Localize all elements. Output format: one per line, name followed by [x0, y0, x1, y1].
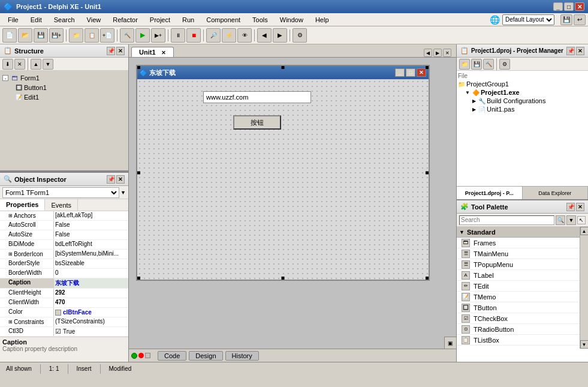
eval-button[interactable]: ⚡ — [222, 28, 236, 43]
pm-option-btn[interactable]: ⚙ — [499, 59, 510, 70]
layout-select[interactable]: Default Layout — [502, 14, 554, 25]
menu-view[interactable]: View — [82, 14, 107, 25]
prop-value-autosize[interactable]: False — [54, 230, 128, 239]
history-tab[interactable]: History — [225, 351, 259, 361]
struct-down-btn[interactable]: ▼ — [43, 59, 53, 70]
menu-edit[interactable]: Edit — [25, 14, 47, 25]
constraints-expand-icon[interactable]: ⊞ — [8, 319, 13, 325]
menu-file[interactable]: File — [2, 14, 24, 25]
pm-tab-dataexplorer[interactable]: Data Explorer — [523, 187, 589, 199]
prop-value-ctl3d[interactable]: ☑ True — [54, 327, 128, 336]
pm-unit1pas[interactable]: ▶ 📄 Unit1.pas — [458, 105, 587, 113]
tp-item-tcheckbox[interactable]: ☑ TCheckBox — [457, 313, 588, 324]
pause-button[interactable]: ⏸ — [171, 28, 185, 43]
pm-add-btn[interactable]: 📁 — [459, 59, 470, 70]
stop-button[interactable]: ⏹ — [186, 28, 201, 43]
structure-close-button[interactable]: ✕ — [116, 47, 125, 55]
open-proj-button[interactable]: 📁 — [69, 28, 83, 43]
build-button[interactable]: 🔨 — [120, 28, 134, 43]
run-button[interactable]: ▶ — [135, 28, 150, 43]
prop-value-clientwidth[interactable]: 470 — [54, 298, 128, 307]
run-params-button[interactable]: ▶+ — [151, 28, 165, 43]
tp-item-tedit[interactable]: ✏ TEdit — [457, 281, 588, 292]
pm-project1exe[interactable]: ▼ 🔶 Project1.exe — [458, 88, 587, 97]
save-all-button[interactable]: 💾+ — [49, 28, 64, 43]
tp-cursor-btn[interactable]: ↖ — [577, 216, 586, 224]
tp-item-tlabel[interactable]: A TLabel — [457, 270, 588, 281]
design-tab[interactable]: Design — [189, 351, 222, 361]
tree-item-edit1[interactable]: 📝 Edit1 — [2, 92, 126, 102]
tp-item-tbutton[interactable]: 🔲 TButton — [457, 302, 588, 313]
tp-scroll-down[interactable]: ▼ — [580, 340, 589, 349]
tp-item-tlistbox[interactable]: 📋 TListBox — [457, 335, 588, 346]
tp-item-tradiobutton[interactable]: ⊙ TRadioButton — [457, 324, 588, 335]
tp-group-standard[interactable]: ▼ Standard — [457, 227, 588, 238]
pm-build-btn[interactable]: 🔨 — [483, 59, 494, 70]
pm-build-configs[interactable]: ▶ 🔧 Build Configurations — [458, 97, 587, 105]
tree-expand-form1[interactable]: - — [2, 75, 8, 81]
tools-button[interactable]: ⚙ — [293, 28, 307, 43]
form-nav-left[interactable]: ◀ — [424, 49, 432, 57]
prop-value-bordericon[interactable]: [biSystemMenu,biMini... — [54, 250, 128, 259]
menu-help[interactable]: Help — [310, 14, 334, 25]
unit-expand[interactable]: ▶ — [472, 107, 476, 112]
tree-item-button1[interactable]: 🔲 Button1 — [2, 83, 126, 92]
prop-value-borderwidth[interactable]: 0 — [54, 269, 128, 278]
tp-item-frames[interactable]: 🗔 Frames — [457, 238, 588, 248]
new-button[interactable]: 📄 — [2, 28, 17, 43]
pm-save-btn[interactable]: 💾 — [471, 59, 482, 70]
pm-close-button[interactable]: ✕ — [576, 47, 584, 55]
form-edit1[interactable]: www.uzzf.com — [203, 91, 311, 103]
maximize-button[interactable]: □ — [564, 2, 574, 11]
form-button1[interactable]: 按钮 — [233, 115, 281, 130]
form-tab-unit1[interactable]: Unit1 ✕ — [131, 47, 174, 57]
back-button[interactable]: ◀ — [257, 28, 272, 43]
pm-tab-project[interactable]: Project1.dproj - P... — [457, 187, 523, 199]
tab-properties[interactable]: Properties — [0, 199, 45, 211]
close-button[interactable]: ✕ — [575, 2, 584, 11]
form-min-btn[interactable]: _ — [395, 68, 405, 77]
prop-value-clientheight[interactable]: 292 — [54, 289, 128, 298]
project-expand[interactable]: ▼ — [465, 90, 470, 95]
bordericon-expand-icon[interactable]: ⊞ — [8, 251, 13, 257]
prop-value-bidimode[interactable]: bdLeftToRight — [54, 240, 128, 249]
code-tab[interactable]: Code — [158, 351, 186, 361]
menu-search[interactable]: Search — [49, 14, 80, 25]
inspect-button[interactable]: 🔎 — [206, 28, 221, 43]
struct-del-btn[interactable]: ✕ — [14, 59, 25, 70]
tp-filter-button[interactable]: ▼ — [566, 215, 576, 225]
menu-tools[interactable]: Tools — [247, 14, 273, 25]
oi-close-button[interactable]: ✕ — [116, 175, 125, 184]
pm-pin-button[interactable]: 📌 — [566, 47, 575, 55]
tab-events[interactable]: Events — [45, 199, 78, 211]
tp-search-button[interactable]: 🔍 — [556, 215, 565, 225]
tp-item-tpopupmenu[interactable]: ☰ TPopupMenu — [457, 259, 588, 270]
structure-pin-button[interactable]: 📌 — [107, 47, 115, 55]
layout-btn1[interactable]: 💾 — [560, 14, 572, 25]
minimize-button[interactable]: _ — [553, 2, 563, 11]
new-proj-button[interactable]: 📋 — [85, 28, 99, 43]
tp-scrollbar[interactable]: ▲ ▼ — [580, 227, 588, 349]
menu-window[interactable]: Window — [275, 14, 309, 25]
prop-value-caption[interactable]: 东坡下载 — [54, 278, 128, 288]
tp-pin-button[interactable]: 📌 — [566, 203, 575, 211]
oi-pin-button[interactable]: 📌 — [107, 175, 115, 184]
buildconfig-expand[interactable]: ▶ — [472, 98, 476, 104]
menu-run[interactable]: Run — [177, 14, 200, 25]
struct-new-btn[interactable]: ⬇ — [2, 59, 13, 70]
ctl3d-checkbox[interactable]: ☑ — [55, 328, 61, 335]
tp-item-tmainmenu[interactable]: ☰ TMainMenu — [457, 248, 588, 259]
prop-value-borderstyle[interactable]: bsSizeable — [54, 259, 128, 268]
forward-button[interactable]: ▶ — [273, 28, 287, 43]
tp-item-tmemo[interactable]: 📝 TMemo — [457, 292, 588, 302]
menu-refactor[interactable]: Refactor — [107, 14, 143, 25]
add-button[interactable]: +📄 — [100, 28, 114, 43]
tp-search-input[interactable] — [459, 215, 554, 225]
open-button[interactable]: 📂 — [18, 28, 32, 43]
pm-projectgroup1[interactable]: 📁 ProjectGroup1 — [458, 80, 587, 88]
struct-up-btn[interactable]: ▲ — [31, 59, 41, 70]
layout-btn2[interactable]: ↩ — [574, 14, 586, 25]
oi-component-select[interactable]: Form1 TForm1 — [2, 187, 119, 198]
tp-close-button[interactable]: ✕ — [576, 203, 584, 211]
form-close-button[interactable]: ✕ — [417, 68, 426, 77]
